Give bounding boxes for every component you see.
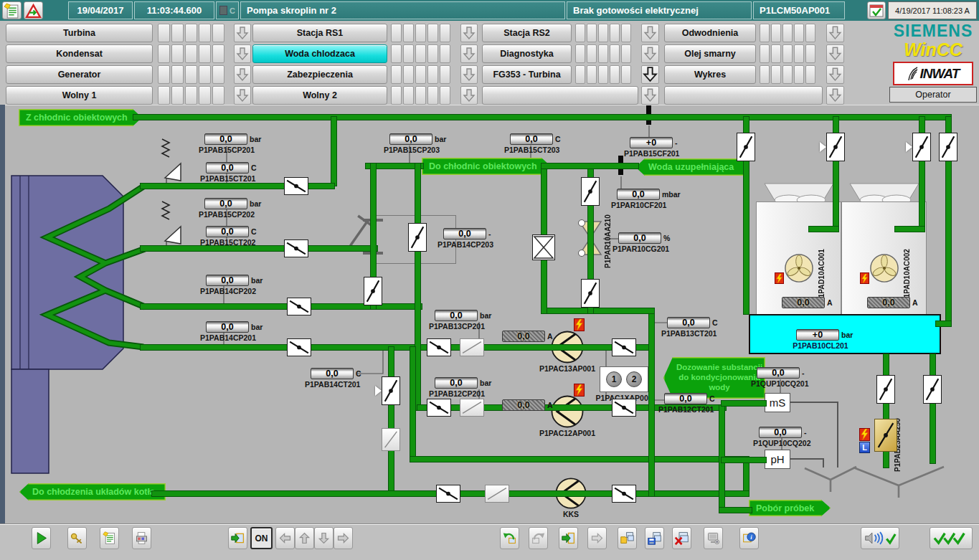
nav-quick-square[interactable] [403,86,414,105]
nav-quick-square[interactable] [403,44,414,63]
nav-arrow-button[interactable] [826,86,844,105]
toolbar-button-undo[interactable] [500,527,519,549]
nav-quick-square[interactable] [621,44,631,63]
nav-quick-square[interactable] [794,44,804,63]
nav-quick-square[interactable] [782,44,793,63]
nav-quick-square[interactable] [185,44,197,63]
nav-arrow-button[interactable] [826,24,844,42]
nav-quick-square[interactable] [391,86,402,105]
nav-quick-square[interactable] [212,65,224,84]
nav-arrow-button[interactable] [460,65,478,84]
check-valve-icon[interactable] [612,399,636,417]
nav-button-odwodnienia[interactable]: Odwodnienia [664,24,756,42]
motor-valve-icon[interactable] [923,375,942,404]
nav-button-turbina[interactable]: Turbina [6,24,153,42]
toolbar-button-print[interactable] [132,527,151,549]
nav-arrow-button[interactable] [460,44,478,63]
nav-quick-square[interactable] [440,65,450,84]
nav-quick-square[interactable] [415,65,426,84]
check-valve-icon[interactable] [427,338,451,356]
fan-icon[interactable] [869,253,899,283]
nav-quick-square[interactable] [805,65,815,84]
nav-arrow-button[interactable] [826,65,844,84]
nav-quick-square[interactable] [610,65,620,84]
nav-quick-square[interactable] [212,86,224,105]
nav-quick-square[interactable] [782,65,793,84]
nav-quick-square[interactable] [391,65,402,84]
nav-button-empty[interactable] [482,86,638,105]
nav-quick-square[interactable] [621,65,631,84]
toolbar-button-runtime-play[interactable] [32,527,51,549]
nav-arrow-button[interactable] [641,65,659,84]
operator-field[interactable]: Operator [889,87,977,103]
nav-arrow-button[interactable] [234,44,251,63]
nav-quick-square[interactable] [805,24,815,42]
toolbar-button-nav-up[interactable] [295,527,314,549]
nav-quick-square[interactable] [199,86,211,105]
nav-quick-square[interactable] [598,24,608,42]
toolbar-button-info[interactable]: i [739,527,759,549]
motor-valve-icon[interactable] [826,133,845,161]
nav-quick-square[interactable] [575,44,585,63]
nav-quick-square[interactable] [575,24,585,42]
selector-position-2[interactable]: 2 [626,371,642,387]
nav-arrow-button[interactable] [641,44,659,63]
nav-button-wolny-1[interactable]: Wolny 1 [6,86,153,105]
nav-quick-square[interactable] [212,24,224,42]
calendar-ack-button[interactable] [867,1,886,19]
check-valve-icon[interactable] [612,485,636,503]
toolbar-button-ack-all[interactable] [930,527,973,549]
nav-button-empty[interactable] [664,86,823,105]
nav-quick-square[interactable] [391,44,402,63]
nav-quick-square[interactable] [771,44,781,63]
nav-button-fg353-turbina[interactable]: FG353 - Turbina [482,65,572,84]
nav-quick-square[interactable] [440,44,450,63]
toolbar-button-open-picture[interactable] [618,527,637,549]
nav-quick-square[interactable] [171,24,184,42]
nav-quick-square[interactable] [587,44,597,63]
check-valve-icon[interactable] [287,338,311,356]
nav-quick-square[interactable] [771,65,781,84]
toolbar-button-monitor[interactable] [704,527,723,549]
toolbar-button-save-picture[interactable] [645,527,664,549]
nav-quick-square[interactable] [171,86,184,105]
nav-quick-square[interactable] [212,44,224,63]
motor-valve-icon[interactable] [408,223,427,252]
nav-quick-square[interactable] [760,24,770,42]
nav-quick-square[interactable] [598,44,608,63]
nav-quick-square[interactable] [158,44,170,63]
nav-arrow-button[interactable] [234,86,251,105]
nav-arrow-button[interactable] [641,24,659,42]
check-valve-icon[interactable] [436,485,460,503]
nav-arrow-button[interactable] [234,24,251,42]
selector-position-1[interactable]: 1 [606,371,622,387]
toolbar-button-nav-down[interactable] [314,527,334,549]
nav-quick-square[interactable] [199,24,211,42]
drain-valve-icon[interactable] [874,419,897,452]
nav-quick-square[interactable] [427,65,438,84]
manual-valve-icon[interactable] [532,234,555,260]
nav-quick-square[interactable] [440,86,450,105]
nav-button-woda-chlodzaca[interactable]: Woda chlodzaca [252,44,387,63]
nav-button-zabezpieczenia[interactable]: Zabezpieczenia [252,65,387,84]
toolbar-button-report[interactable] [100,527,119,549]
toolbar-button-audio-ack[interactable] [861,527,899,549]
toolbar-button-screen-nav[interactable] [228,527,247,549]
nav-quick-square[interactable] [185,24,197,42]
nav-quick-square[interactable] [403,24,414,42]
check-valve-icon[interactable] [287,298,311,315]
check-valve-icon[interactable] [284,239,308,257]
nav-quick-square[interactable] [415,44,426,63]
nav-quick-square[interactable] [427,44,438,63]
motor-valve-icon[interactable] [737,133,755,161]
nav-arrow-button[interactable] [460,24,478,42]
nav-button-generator[interactable]: Generator [6,65,153,84]
nav-quick-square[interactable] [587,65,597,84]
nav-quick-square[interactable] [782,24,793,42]
nav-quick-square[interactable] [185,86,197,105]
nav-quick-square[interactable] [610,24,620,42]
check-valve-icon[interactable] [427,399,451,417]
nav-quick-square[interactable] [598,65,608,84]
alarm-warning-button[interactable] [24,1,43,19]
nav-quick-square[interactable] [587,24,597,42]
